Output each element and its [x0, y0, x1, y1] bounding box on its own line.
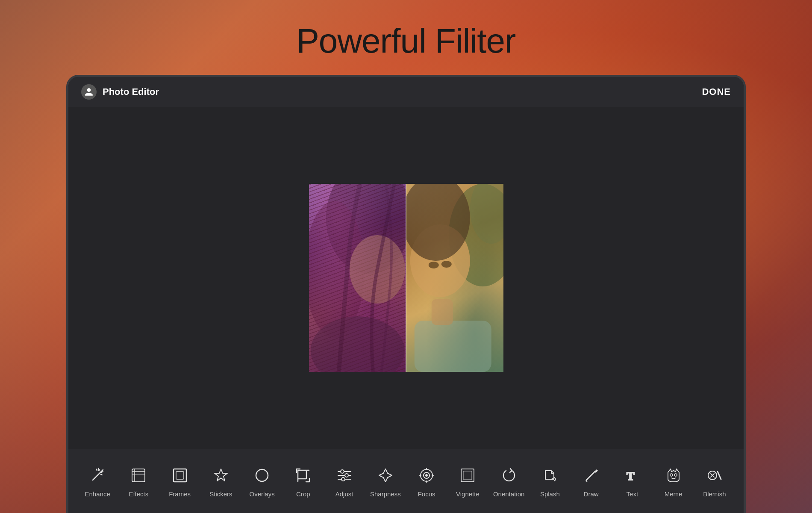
text-icon: T — [621, 465, 643, 486]
svg-rect-19 — [132, 469, 145, 482]
avatar-icon — [81, 84, 97, 100]
svg-point-50 — [674, 474, 677, 476]
photo-composite — [309, 184, 503, 372]
sharpness-icon — [375, 465, 396, 486]
app-title: Photo Editor — [103, 86, 159, 97]
svg-point-34 — [345, 474, 348, 477]
svg-point-10 — [429, 262, 439, 268]
tool-frames[interactable]: Frames — [161, 465, 199, 498]
tool-sharpness[interactable]: Sharpness — [366, 465, 405, 498]
tool-adjust[interactable]: Adjust — [325, 465, 364, 498]
tool-overlays-label: Overlays — [250, 490, 275, 498]
tool-enhance-label: Enhance — [85, 490, 110, 498]
tool-splash-label: Splash — [540, 490, 560, 498]
orientation-icon — [498, 465, 520, 486]
svg-rect-27 — [298, 470, 306, 479]
tool-overlays[interactable]: Overlays — [243, 465, 281, 498]
stickers-icon — [210, 465, 232, 486]
svg-point-11 — [441, 261, 452, 268]
svg-line-17 — [100, 474, 102, 475]
tool-vignette[interactable]: Vignette — [448, 465, 487, 498]
svg-line-47 — [586, 472, 595, 480]
toolbar: Enhance Effects Frames — [68, 449, 744, 513]
title-area: Powerful Filiter — [0, 21, 812, 61]
svg-rect-45 — [463, 471, 472, 480]
blemish-icon — [704, 465, 725, 486]
header-bar: Photo Editor DONE — [68, 77, 744, 107]
vignette-icon — [457, 465, 478, 486]
photo-split-divider — [406, 184, 406, 372]
svg-line-16 — [96, 469, 97, 471]
tool-effects-label: Effects — [129, 490, 149, 498]
tool-splash[interactable]: Splash — [531, 465, 569, 498]
tool-vignette-label: Vignette — [456, 490, 480, 498]
tool-crop-label: Crop — [296, 490, 310, 498]
tool-blemish[interactable]: Blemish — [695, 465, 734, 498]
svg-point-18 — [98, 469, 100, 470]
svg-point-35 — [341, 478, 345, 481]
svg-marker-36 — [379, 469, 392, 482]
tool-meme[interactable]: Meme — [654, 465, 693, 498]
svg-rect-23 — [174, 469, 186, 482]
tool-meme-label: Meme — [665, 490, 683, 498]
tool-draw[interactable]: Draw — [572, 465, 610, 498]
effects-icon — [128, 465, 149, 486]
tool-focus-label: Focus — [418, 490, 435, 498]
wand-icon — [87, 465, 108, 486]
tool-stickers[interactable]: Stickers — [202, 465, 240, 498]
device-frame: Photo Editor DONE — [66, 75, 746, 513]
tool-focus[interactable]: Focus — [407, 465, 446, 498]
focus-icon — [416, 465, 437, 486]
splash-icon — [539, 465, 561, 486]
tool-sharpness-label: Sharpness — [370, 490, 401, 498]
tool-stickers-label: Stickers — [209, 490, 232, 498]
tool-orientation-label: Orientation — [493, 490, 524, 498]
tool-crop[interactable]: Crop — [284, 465, 322, 498]
photo-right-half — [406, 184, 503, 372]
done-button[interactable]: DONE — [702, 86, 731, 97]
overlays-icon — [251, 465, 273, 486]
svg-point-39 — [426, 475, 427, 476]
svg-line-54 — [718, 472, 721, 479]
tool-text-label: Text — [627, 490, 638, 498]
meme-icon — [663, 465, 684, 486]
frames-icon — [169, 465, 191, 486]
svg-marker-25 — [215, 469, 227, 481]
sliders-icon — [334, 465, 355, 486]
crop-icon — [292, 465, 314, 486]
tool-text[interactable]: T Text — [613, 465, 651, 498]
tool-blemish-label: Blemish — [703, 490, 726, 498]
header-left: Photo Editor — [81, 84, 159, 100]
tool-effects[interactable]: Effects — [119, 465, 158, 498]
tool-frames-label: Frames — [169, 490, 191, 498]
svg-rect-8 — [432, 299, 453, 325]
svg-rect-7 — [415, 321, 491, 372]
tool-orientation[interactable]: Orientation — [490, 465, 528, 498]
tool-enhance[interactable]: Enhance — [78, 465, 117, 498]
draw-icon — [580, 465, 602, 486]
svg-text:T: T — [627, 469, 635, 483]
svg-point-49 — [670, 474, 673, 476]
svg-point-33 — [341, 470, 344, 473]
svg-line-12 — [93, 472, 101, 480]
svg-rect-24 — [176, 472, 184, 479]
canvas-area — [68, 107, 744, 449]
tool-adjust-label: Adjust — [335, 490, 353, 498]
tool-draw-label: Draw — [584, 490, 599, 498]
page-title: Powerful Filiter — [0, 21, 812, 61]
photo-left-half — [309, 184, 406, 372]
svg-rect-26 — [256, 469, 268, 481]
